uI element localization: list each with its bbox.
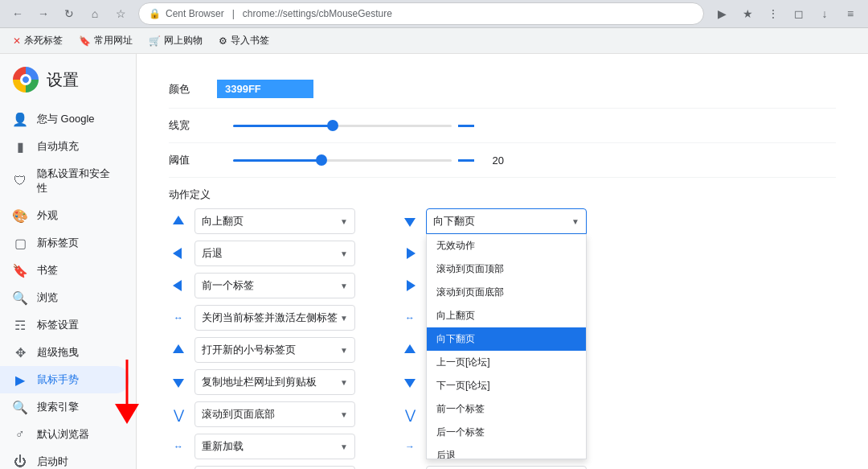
power-icon: ⏻ [13, 455, 27, 469]
sidebar-item-autofill[interactable]: ▮ 自动填充 [0, 133, 129, 160]
svg-marker-6 [173, 280, 182, 291]
dropdown-option[interactable]: 滚动到页面底部 [427, 281, 586, 304]
nav-buttons: ← → ↻ ⌂ ☆ [6, 2, 132, 25]
action-select-left-5[interactable]: 打开新的小号标签页 ▼ [194, 337, 355, 363]
sidebar-item-browse[interactable]: 🔍 浏览 [0, 284, 129, 311]
threshold-thumb[interactable] [316, 154, 327, 166]
sidebar-item-default-browser[interactable]: ♂ 默认浏览器 [0, 421, 129, 448]
select-arrow-8: ▼ [340, 442, 348, 451]
online-shop-icon: 🛒 [149, 35, 161, 47]
common-site-label: 常用网址 [94, 34, 133, 47]
lr2-icon-8: ↔ [169, 437, 188, 456]
tab-icon: ▢ [13, 236, 27, 250]
threshold-value: 20 [484, 154, 504, 167]
dropdown-option[interactable]: 下一页[论坛] [427, 374, 586, 397]
reload-button[interactable]: ↻ [58, 2, 80, 25]
dropdown-option[interactable]: 上一页[论坛] [427, 351, 586, 374]
chrome-logo-inner [20, 74, 31, 85]
sidebar-item-google[interactable]: 👤 您与 Google [0, 105, 129, 133]
grid-button[interactable]: ⋮ [762, 2, 784, 25]
address-bar[interactable]: 🔒 Cent Browser | chrome://settings/cbMou… [138, 2, 704, 25]
action-select-left-8[interactable]: 重新加载 ▼ [194, 434, 355, 459]
sidebar-item-privacy[interactable]: 🛡 隐私设置和安全性 [0, 160, 129, 202]
favorites-button[interactable]: ★ [736, 2, 759, 25]
down-arrow-icon-6 [169, 372, 188, 392]
dropdown-option[interactable]: 前一个标签 [427, 397, 586, 421]
dropdown-option[interactable]: 无效动作 [427, 234, 586, 257]
sidebar-label-bookmark: 书签 [37, 263, 58, 278]
action-select-left-1-label: 向上翻页 [202, 214, 244, 228]
download-button[interactable]: ↓ [813, 2, 836, 25]
action-select-right-9[interactable]: 后一个标签 ▼ [426, 466, 587, 469]
select-arrow-4: ▼ [340, 314, 348, 323]
search-icon: 🔍 [13, 400, 27, 414]
action-select-left-2[interactable]: 后退 ▼ [194, 241, 355, 266]
cast-button[interactable]: ▶ [710, 2, 733, 25]
right-select-container-1: 向下翻页 ▼ 无效动作滚动到页面顶部滚动到页面底部向上翻页向下翻页上一页[论坛]… [426, 208, 587, 234]
sidebar-label-super-drag: 超级拖曳 [37, 345, 79, 360]
sidebar-item-appearance[interactable]: 🎨 外观 [0, 202, 129, 229]
sidebar-label-tab-settings: 标签设置 [37, 318, 79, 332]
kill-tab-label: 杀死标签 [24, 34, 63, 47]
dropdown-option[interactable]: 向上翻页 [427, 304, 586, 327]
v-icon-r7: ⋁ [400, 405, 420, 424]
right-arrow-icon-2 [400, 244, 420, 263]
bookmark-online-shop[interactable]: 🛒 网上购物 [142, 31, 209, 51]
sidebar-item-mouse-gesture[interactable]: ▶ 鼠标手势 [0, 366, 129, 393]
home-button[interactable]: ⌂ [84, 2, 106, 25]
action-select-left-6[interactable]: 复制地址栏网址到剪贴板 ▼ [194, 369, 355, 395]
right-select-arrow-1: ▼ [571, 217, 579, 226]
select-arrow-3: ▼ [340, 282, 348, 290]
online-shop-label: 网上购物 [164, 34, 203, 47]
url-display: chrome://settings/cbMouseGesture [243, 8, 392, 19]
restore-button[interactable]: ◻ [788, 2, 810, 25]
settings-title: 设置 [47, 69, 79, 91]
sidebar-item-super-drag[interactable]: ✥ 超级拖曳 [0, 339, 129, 366]
sidebar: 设置 👤 您与 Google ▮ 自动填充 🛡 隐私设置和安全性 🎨 外观 ▢ … [0, 54, 137, 469]
section-title: 动作定义 [169, 178, 836, 208]
import-label: 导入书签 [231, 34, 269, 47]
bookmark-kill-tab[interactable]: ✕ 杀死标签 [6, 31, 69, 51]
sidebar-item-tab-settings[interactable]: ☶ 标签设置 [0, 311, 129, 339]
lock-icon: 🔒 [149, 8, 161, 19]
sidebar-item-new-tab[interactable]: ▢ 新标签页 [0, 229, 129, 257]
action-row-1: 向上翻页 ▼ 向下翻页 ▼ 无效动作滚动到页面顶部滚动到页面底部向上翻页向下翻页… [169, 208, 836, 234]
sidebar-item-bookmark[interactable]: 🔖 书签 [0, 257, 129, 284]
toolbar-actions: ▶ ★ ⋮ ◻ ↓ ≡ [710, 2, 862, 25]
sidebar-item-startup[interactable]: ⏻ 启动时 [0, 448, 129, 469]
color-input[interactable] [217, 80, 313, 98]
back-button[interactable]: ← [6, 2, 29, 25]
dropdown-option[interactable]: 滚动到页面顶部 [427, 257, 586, 281]
credit-card-icon: ▮ [13, 139, 27, 154]
color-label: 颜色 [169, 82, 217, 97]
settings-panel: 颜色 线宽 阈值 20 [137, 54, 868, 469]
action-select-left-1[interactable]: 向上翻页 ▼ [194, 208, 355, 234]
threshold-slider-container [233, 159, 474, 162]
sidebar-item-search-engine[interactable]: 🔍 搜索引擎 [0, 393, 129, 421]
menu-button[interactable]: ≡ [839, 2, 862, 25]
right-arrow-icon-3 [400, 276, 420, 295]
lr-arrow-icon-4: ↔ [169, 308, 188, 327]
bookmark-import[interactable]: ⚙ 导入书签 [212, 31, 276, 51]
forward-button[interactable]: → [32, 2, 55, 25]
action-select-left-3-label: 前一个标签 [202, 278, 254, 293]
action-select-left-3[interactable]: 前一个标签 ▼ [194, 273, 355, 298]
bookmark-star-button[interactable]: ☆ [109, 2, 132, 25]
bookmark-common-site[interactable]: 🔖 常用网址 [72, 31, 139, 51]
browser-icon: ♂ [13, 427, 27, 442]
action-select-left-4[interactable]: 关闭当前标签并激活左侧标签 ▼ [194, 305, 355, 331]
right-select-1[interactable]: 向下翻页 ▼ [426, 208, 587, 234]
palette-icon: 🎨 [13, 208, 27, 223]
action-select-left-7[interactable]: 滚动到页面底部 ▼ [194, 401, 355, 427]
line-width-thumb[interactable] [327, 120, 338, 131]
person-icon: 👤 [13, 112, 27, 126]
svg-marker-2 [173, 216, 184, 224]
dropdown-option[interactable]: 后一个标签 [427, 421, 586, 444]
dropdown-option[interactable]: 向下翻页 [427, 327, 586, 351]
dropdown-option[interactable]: 后退 [427, 444, 586, 459]
sidebar-label-appearance: 外观 [37, 208, 58, 223]
globe-icon: 🔍 [13, 290, 27, 305]
action-select-left-9[interactable]: 前一个标签 ▼ [194, 466, 355, 469]
line-width-fill [233, 125, 331, 127]
svg-marker-3 [404, 218, 416, 227]
